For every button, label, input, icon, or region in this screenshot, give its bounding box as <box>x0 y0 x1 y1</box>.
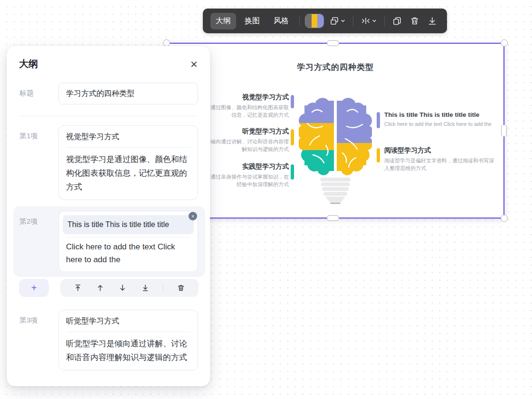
outline-item-row-2-selected: 第2项 This is title This is title title ti… <box>13 206 205 277</box>
item-desc: Click here to add the text Click here to… <box>384 120 492 128</box>
outline-panel: 大纲 × 标题 第1项 视觉型学习方式 视觉型学习是通过图像、颜色和结构化图表获… <box>7 46 210 386</box>
tab-outline[interactable]: 大纲 <box>210 13 236 29</box>
item-title-field[interactable]: 视觉型学习方式 <box>59 126 198 147</box>
outline-item-card[interactable]: 视觉型学习方式 视觉型学习是通过图像、颜色和结构化图表获取信息，记忆更直观的方式 <box>58 125 198 200</box>
item-title-field[interactable]: This is title This is title title title … <box>63 215 194 234</box>
color-bar <box>377 148 380 162</box>
remove-item-icon[interactable]: × <box>189 212 197 220</box>
divider <box>353 15 353 27</box>
item-desc-field[interactable]: Click here to add the text Click here to… <box>59 238 185 272</box>
swatch-color-3 <box>317 14 323 28</box>
item-label: 第2项 <box>19 211 58 272</box>
brain-lightbulb-illustration[interactable] <box>299 97 372 205</box>
title-field-label: 标题 <box>19 83 58 104</box>
color-bar <box>291 95 294 108</box>
close-icon[interactable]: × <box>190 59 198 69</box>
delete-button[interactable] <box>408 14 422 28</box>
outline-item-row-1: 第1项 视觉型学习方式 视觉型学习是通过图像、颜色和结构化图表获取信息，记忆更直… <box>7 125 210 200</box>
color-bar <box>291 129 294 145</box>
tab-change-image[interactable]: 换图 <box>239 13 265 29</box>
title-field-row: 标题 <box>7 83 210 104</box>
arrow-to-top-icon <box>74 284 82 292</box>
tab-style[interactable]: 风格 <box>268 13 294 29</box>
chevron-down-icon <box>341 19 345 23</box>
slide-canvas[interactable]: 学习方式的四种类型 视觉型学习方式 视觉型学习是通过图像、颜色和结构化图表获取信… <box>166 43 504 218</box>
move-down-button[interactable] <box>118 283 127 293</box>
bulb-base <box>320 178 351 204</box>
title-input[interactable] <box>58 83 198 104</box>
color-theme-button[interactable] <box>305 14 324 28</box>
swatch-color-2 <box>312 14 318 28</box>
resize-handle-top-right[interactable] <box>501 39 508 47</box>
color-bar <box>377 112 380 128</box>
add-item-button[interactable]: + <box>19 279 49 297</box>
arrow-up-icon <box>96 284 104 292</box>
slide-title[interactable]: 学习方式的四种类型 <box>167 62 504 73</box>
copy-button[interactable] <box>390 14 404 28</box>
slide-right-item-1[interactable]: This is title This is title title title … <box>384 111 492 128</box>
resize-handle-top-center[interactable] <box>327 40 339 46</box>
divider <box>384 15 385 27</box>
delete-item-button[interactable] <box>176 283 186 293</box>
divider <box>163 284 163 292</box>
item-actions-row: + <box>7 279 210 297</box>
arrow-down-icon <box>119 284 126 292</box>
chevron-down-icon <box>372 19 377 23</box>
resize-handle-top-left[interactable] <box>163 39 170 47</box>
layout-dropdown-button[interactable] <box>327 14 348 28</box>
divider <box>299 15 300 27</box>
divider <box>19 116 198 116</box>
color-bar <box>291 164 294 180</box>
trash-icon <box>177 284 185 292</box>
item-label: 第3项 <box>19 310 58 370</box>
item-title: This is title This is title title title <box>384 111 492 118</box>
item-title: 阅读型学习方式 <box>384 146 494 155</box>
panel-title: 大纲 <box>19 57 38 70</box>
outline-item-card[interactable]: This is title This is title title title … <box>58 211 198 272</box>
fit-width-icon <box>361 17 370 25</box>
outline-item-row-3: 第3项 听觉型学习方式 听觉型学习是倾向通过讲解、讨论和语音内容理解知识与逻辑的… <box>7 310 210 370</box>
move-to-bottom-button[interactable] <box>141 283 150 293</box>
arrow-to-bottom-icon <box>142 284 149 292</box>
item-title-field[interactable]: 听觉型学习方式 <box>59 310 198 332</box>
item-desc-field[interactable]: 视觉型学习是通过图像、颜色和结构化图表获取信息，记忆更直观的方式 <box>59 148 198 200</box>
fit-dropdown-button[interactable] <box>359 15 379 27</box>
floating-toolbar: 大纲 换图 风格 <box>203 9 447 33</box>
resize-handle-bottom-right[interactable] <box>501 215 508 222</box>
resize-handle-bottom-center[interactable] <box>327 215 339 221</box>
move-to-top-button[interactable] <box>73 283 83 293</box>
move-up-button[interactable] <box>95 283 105 293</box>
swatch-color-1 <box>305 14 312 28</box>
layout-swap-icon <box>330 16 339 26</box>
trash-icon <box>410 16 419 26</box>
slide-right-item-2[interactable]: 阅读型学习方式 阅读型学习是偏好文字资料，通过阅读和书写深入整理思维的方式 <box>384 146 494 172</box>
copy-icon <box>392 16 402 26</box>
item-desc-field[interactable]: 听觉型学习是倾向通过讲解、讨论和语音内容理解知识与逻辑的方式 <box>59 332 198 370</box>
move-buttons-group <box>60 279 199 297</box>
resize-handle-right-middle[interactable] <box>501 124 507 137</box>
download-icon <box>428 16 437 26</box>
canvas-workspace[interactable]: 学习方式的四种类型 视觉型学习方式 视觉型学习是通过图像、颜色和结构化图表获取信… <box>0 0 532 399</box>
item-desc: 阅读型学习是偏好文字资料，通过阅读和书写深入整理思维的方式 <box>384 157 494 172</box>
download-button[interactable] <box>425 14 439 28</box>
item-label: 第1项 <box>19 125 58 200</box>
outline-item-card[interactable]: 听觉型学习方式 听觉型学习是倾向通过讲解、讨论和语音内容理解知识与逻辑的方式 <box>58 310 198 370</box>
